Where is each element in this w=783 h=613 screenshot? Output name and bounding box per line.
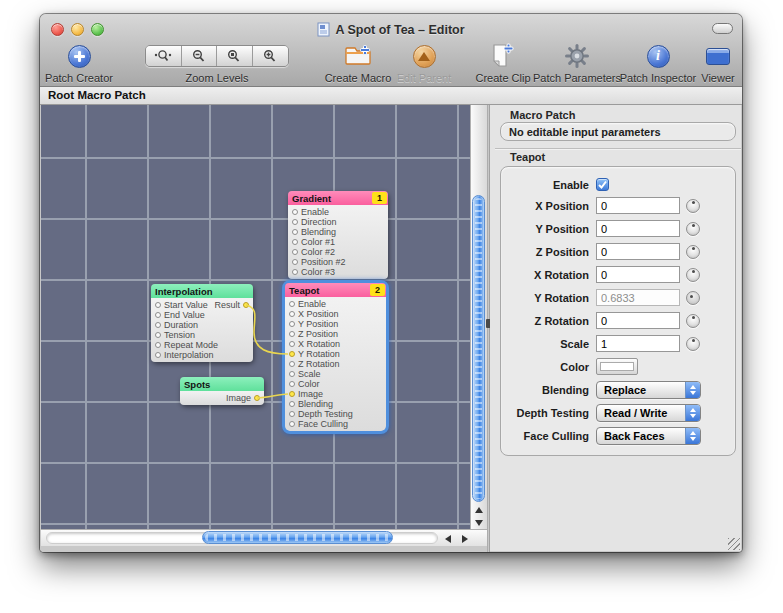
input-port[interactable] (289, 391, 295, 397)
port-row: Start ValueResult (151, 300, 253, 310)
port-label: Start Value (164, 300, 208, 310)
scroll-down-button[interactable] (471, 516, 487, 529)
node-header[interactable]: Interpolation (151, 284, 253, 298)
port-row: Z Position (285, 329, 386, 339)
input-port[interactable] (292, 219, 298, 225)
vertical-scrollbar[interactable] (470, 105, 487, 529)
magnifier-actual-icon (154, 49, 172, 63)
title-bar[interactable]: A Spot of Tea – Editor Patch Creator (40, 14, 742, 87)
create-macro-button[interactable]: Create Macro (323, 42, 393, 84)
input-port[interactable] (289, 321, 295, 327)
input-port[interactable] (292, 209, 298, 215)
horizontal-scrollbar[interactable] (41, 529, 487, 546)
node-header[interactable]: Gradient 1 (288, 191, 388, 205)
param-field-x-rotation[interactable] (596, 266, 680, 283)
param-field-y-rotation[interactable] (596, 289, 680, 306)
input-port[interactable] (289, 351, 295, 357)
input-port[interactable] (289, 381, 295, 387)
popup-face-culling[interactable]: Back Faces (596, 427, 701, 445)
scroll-up-button[interactable] (471, 503, 487, 516)
input-port[interactable] (289, 331, 295, 337)
port-row: Blending (285, 399, 386, 409)
zoom-out-button[interactable] (182, 46, 218, 66)
zoom-in-button[interactable] (253, 46, 288, 66)
param-field-x-position[interactable] (596, 197, 680, 214)
parameter-row: Z Rotation (501, 309, 735, 332)
patch-creator-button[interactable]: Patch Creator (44, 42, 114, 84)
parameter-row: Color (501, 355, 735, 378)
node-teapot[interactable]: Teapot 2 EnableX PositionY PositionZ Pos… (285, 283, 386, 431)
wire-layer (41, 105, 470, 529)
window-resize-grip[interactable] (728, 538, 740, 550)
node-interpolation[interactable]: Interpolation Start ValueResultEnd Value… (151, 284, 253, 362)
port-label: Interpolation (164, 350, 214, 360)
input-port[interactable] (155, 302, 161, 308)
value-knob[interactable] (686, 291, 700, 305)
port-row: X Rotation (285, 339, 386, 349)
popup-blending[interactable]: Replace (596, 381, 701, 399)
zoom-fit-button[interactable] (217, 46, 253, 66)
value-knob[interactable] (686, 245, 700, 259)
param-field-z-position[interactable] (596, 243, 680, 260)
input-port[interactable] (292, 259, 298, 265)
color-well[interactable] (596, 358, 638, 375)
node-gradient[interactable]: Gradient 1 EnableDirectionBlendingColor … (288, 191, 388, 279)
zoom-actual-button[interactable] (146, 46, 182, 66)
input-port[interactable] (292, 239, 298, 245)
input-port[interactable] (292, 269, 298, 275)
output-port[interactable] (254, 395, 260, 401)
value-knob[interactable] (686, 314, 700, 328)
value-knob[interactable] (686, 268, 700, 282)
node-header[interactable]: Spots (180, 377, 264, 391)
input-port[interactable] (289, 361, 295, 367)
editor-canvas[interactable]: Gradient 1 EnableDirectionBlendingColor … (41, 105, 470, 529)
zoom-segmented-control (145, 45, 289, 67)
param-field-z-rotation[interactable] (596, 312, 680, 329)
horizontal-scrollbar-thumb[interactable] (202, 531, 393, 544)
input-port[interactable] (155, 312, 161, 318)
port-row: Repeat Mode (151, 340, 253, 350)
input-port[interactable] (155, 342, 161, 348)
input-port[interactable] (292, 229, 298, 235)
parameter-row: Face CullingBack Faces (501, 424, 735, 447)
toolbar-toggle-button[interactable] (712, 23, 733, 34)
param-field-y-position[interactable] (596, 220, 680, 237)
vertical-scrollbar-thumb[interactable] (472, 195, 485, 502)
input-port[interactable] (289, 341, 295, 347)
popup-depth-testing[interactable]: Read / Write (596, 404, 701, 422)
input-port[interactable] (289, 371, 295, 377)
parameter-row: X Position (501, 194, 735, 217)
input-port[interactable] (289, 411, 295, 417)
output-port[interactable] (243, 302, 249, 308)
toolbar-item-label: Patch Creator (44, 72, 114, 84)
value-knob[interactable] (686, 337, 700, 351)
input-port[interactable] (289, 421, 295, 427)
value-knob[interactable] (686, 222, 700, 236)
port-row: Image (180, 393, 264, 403)
input-port[interactable] (155, 352, 161, 358)
input-port[interactable] (155, 332, 161, 338)
port-label: End Value (164, 310, 205, 320)
scroll-right-button[interactable] (457, 531, 473, 546)
input-port[interactable] (289, 401, 295, 407)
color-swatch (600, 362, 634, 371)
port-row: Interpolation (151, 350, 253, 360)
input-port[interactable] (289, 301, 295, 307)
scroll-left-button[interactable] (440, 531, 456, 546)
input-port[interactable] (155, 322, 161, 328)
param-field-scale[interactable] (596, 335, 680, 352)
port-row: Color #3 (288, 267, 388, 277)
node-header[interactable]: Teapot 2 (285, 283, 386, 297)
node-spots[interactable]: Spots Image (180, 377, 264, 405)
port-label: Y Position (298, 319, 338, 329)
port-row: Scale (285, 369, 386, 379)
viewer-button[interactable]: Viewer (693, 42, 743, 84)
enable-checkbox[interactable] (596, 178, 609, 191)
port-row: Color #1 (288, 237, 388, 247)
input-port[interactable] (289, 311, 295, 317)
value-knob[interactable] (686, 199, 700, 213)
node-title: Gradient (292, 193, 331, 204)
input-port[interactable] (292, 249, 298, 255)
port-label: Tension (164, 330, 195, 340)
port-label: Blending (301, 227, 336, 237)
